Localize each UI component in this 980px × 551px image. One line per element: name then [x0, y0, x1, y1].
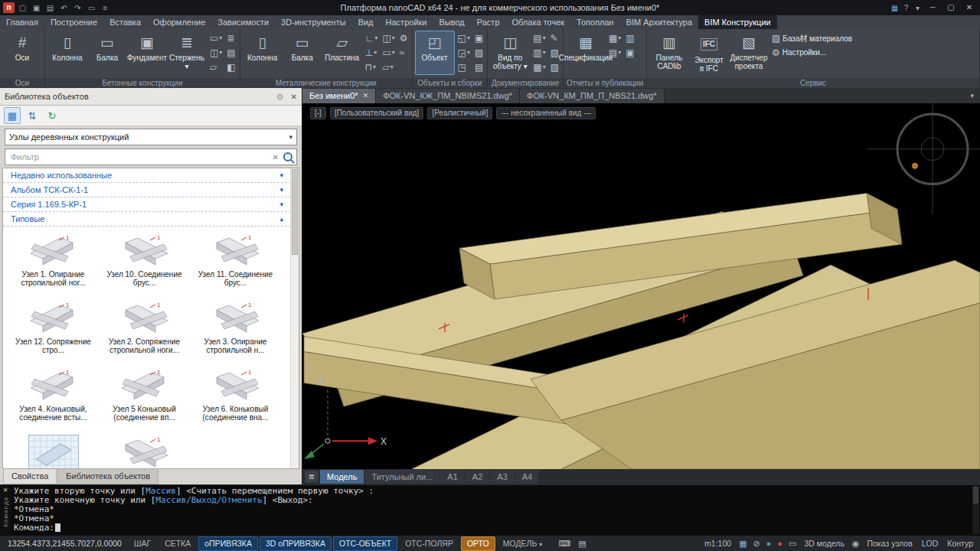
ribbon-tab[interactable]: Построение	[44, 15, 103, 29]
chevron-down-icon[interactable]: ▾	[279, 186, 283, 194]
panel-icon[interactable]: ▦	[889, 4, 900, 12]
status-toggle[interactable]: ОРТО	[461, 536, 495, 551]
library-item[interactable]: 1Узел 4. Коньковый, соединение всты...	[8, 364, 99, 432]
status-toggle[interactable]: оПРИВЯЗКА	[198, 536, 258, 551]
chevron-up-icon[interactable]: ▴	[279, 215, 283, 223]
drawing-viewport[interactable]: Z X [-][Пользовательский вид][Реалистичн…	[302, 103, 980, 469]
ribbon-small-button[interactable]: ▣	[624, 45, 635, 60]
ribbon-small-button[interactable]: ▤	[225, 45, 237, 60]
ribbon-button[interactable]: ▧Диспетчер проекта	[729, 31, 769, 75]
ribbon-small-button[interactable]: ▨	[473, 45, 485, 60]
ribbon-button[interactable]: #Оси	[2, 31, 42, 75]
command-scrollbar[interactable]	[972, 486, 979, 534]
ribbon-small-button[interactable]: ▱	[208, 60, 224, 74]
ribbon-button[interactable]: IFCЭкспорт в IFC	[689, 31, 729, 75]
ribbon-tab[interactable]: Настройки	[380, 15, 433, 29]
status-toggle[interactable]: МОДЕЛЬ ▾	[497, 536, 549, 551]
ribbon-tab[interactable]: BIM Конструкции	[698, 15, 777, 29]
ribbon-button[interactable]: ▣Фундамент	[127, 31, 167, 75]
ribbon-small-button[interactable]: ⚙	[398, 31, 410, 45]
ribbon-small-button[interactable]: ◲▾	[456, 45, 472, 60]
sheet-tab[interactable]: A1	[440, 470, 464, 484]
ribbon-tab[interactable]: Оформление	[147, 15, 211, 29]
sheet-tab[interactable]: Модель	[320, 470, 364, 484]
sheet-tab[interactable]: A4	[515, 470, 539, 484]
ribbon-tab[interactable]: Зависимости	[211, 15, 275, 29]
filter-input[interactable]	[9, 152, 268, 162]
tree-item[interactable]: Альбом ТСК-СК-1-1▾	[3, 183, 299, 197]
library-item[interactable]: 1Узел 11. Соединение брус...	[190, 230, 281, 297]
grid-view-icon[interactable]: ▦	[4, 107, 21, 124]
keyboard-icon[interactable]: ⌨	[556, 539, 573, 549]
library-item[interactable]: 1Узел 10. Соединение брус...	[99, 230, 190, 297]
ribbon-tab[interactable]: Вид	[352, 15, 380, 29]
ribbon-small-button[interactable]: ◱▾	[456, 31, 472, 45]
red-dot-icon[interactable]: ●	[775, 539, 785, 548]
ribbon-tab[interactable]: BIM Архитектура	[620, 15, 698, 29]
contour[interactable]: Контур	[943, 539, 977, 548]
status-toggle[interactable]: СЕТКА	[158, 536, 197, 551]
ribbon-small-button[interactable]: ▤▾	[531, 31, 547, 45]
eye-icon[interactable]: ◉	[850, 539, 862, 549]
model-mode[interactable]: 3D модель	[800, 539, 848, 548]
ribbon-button[interactable]: ◫Вид по объекту ▾	[490, 31, 530, 75]
ribbon-tab[interactable]: 3D-инструменты	[275, 15, 352, 29]
chevron-down-icon[interactable]: ▾	[279, 201, 283, 208]
menu-icon[interactable]: ≡	[100, 4, 111, 12]
close-tab-icon[interactable]: ✕	[363, 89, 369, 103]
command-history[interactable]: Укажите вторую точку или [Массив] <Счита…	[11, 485, 972, 535]
ribbon-small-button[interactable]: ▱▾	[381, 60, 396, 74]
lock-icon[interactable]: ⊘	[751, 539, 763, 549]
panel-close-icon[interactable]: ✕	[291, 93, 297, 101]
command-panel-close-icon[interactable]: ✕	[3, 487, 8, 494]
sheet-list-icon[interactable]: ≣	[304, 470, 319, 484]
ribbon-small-button[interactable]: ≈	[398, 45, 410, 60]
sheet-tab[interactable]: A3	[490, 470, 514, 484]
library-item[interactable]: 1Узел 12. Сопряжение стро...	[8, 297, 99, 364]
ribbon-small-button[interactable]: ⊓▾	[364, 60, 380, 74]
blue-dot-icon[interactable]: ●	[764, 539, 774, 548]
tree-item[interactable]: Серия 1.169.5-КР-1▾	[3, 197, 299, 212]
scrollbar-thumb[interactable]	[973, 487, 978, 504]
new-file-icon[interactable]: ▢	[17, 4, 28, 12]
ribbon-small-button[interactable]: ▤▾	[607, 45, 622, 60]
document-tab[interactable]: ФОК-VN_КМ_ПМ_П_NBS21.dwg*	[520, 89, 665, 103]
ribbon-button[interactable]: ▭Балка	[87, 31, 127, 75]
category-dropdown[interactable]: Узлы деревянных конструкций ▾	[5, 129, 297, 145]
doc-tabs-overflow-button[interactable]: ▾	[964, 89, 980, 103]
undo-icon[interactable]: ↶	[58, 4, 70, 12]
wooden-beams[interactable]	[302, 194, 980, 469]
ribbon-button[interactable]: ◰Объект	[415, 31, 455, 75]
search-icon[interactable]	[283, 152, 292, 161]
status-toggle[interactable]: ОТС-ПОЛЯР	[399, 536, 459, 551]
doc-icon[interactable]: ▤	[576, 539, 588, 549]
ribbon-button[interactable]: ▥Панель CADlib	[649, 31, 689, 75]
navigation-compass[interactable]	[867, 103, 980, 214]
library-item[interactable]: 1Узел 3. Опирание стропильной н...	[190, 297, 281, 364]
lod[interactable]: LOD	[918, 539, 942, 548]
ribbon-small-button[interactable]: ▭▾	[208, 31, 224, 45]
ribbon-button[interactable]: ▯Колонна	[47, 31, 87, 75]
clear-filter-icon[interactable]: ✕	[273, 153, 279, 161]
ribbon-tab[interactable]: Вывод	[433, 15, 470, 29]
caret-down-icon[interactable]: ▾	[912, 4, 923, 12]
ribbon-small-button[interactable]: ▨База材 материалов	[770, 31, 854, 45]
ribbon-button[interactable]: ▭Балка	[283, 31, 322, 75]
document-tab[interactable]: ФОК-VN_КЖ_ПМ_NBIMS21.dwg*	[376, 89, 520, 103]
chevron-down-icon[interactable]: ▾	[279, 171, 283, 179]
ribbon-small-button[interactable]: ∟▾	[364, 31, 380, 45]
viewport-control[interactable]: [Пользовательский вид]	[330, 107, 424, 119]
ribbon-tab[interactable]: Топоплан	[570, 15, 620, 29]
library-item[interactable]: 1Узел 6. Коньковый (соединение вна...	[190, 364, 281, 432]
sheet-tab[interactable]: Титульный ли...	[364, 470, 439, 484]
library-item[interactable]: 1Узел 2. Сопряжение стропильной ноги...	[99, 297, 190, 364]
library-item[interactable]: 1	[99, 432, 190, 469]
library-item[interactable]	[8, 432, 99, 469]
panel-tab[interactable]: Свойства	[3, 469, 57, 484]
display-icon[interactable]: ▭	[86, 4, 97, 12]
library-item[interactable]: 1Узел 1. Опирание стропильной ног...	[8, 230, 99, 297]
ribbon-small-button[interactable]: ▤	[473, 60, 485, 74]
show-nodes[interactable]: Показ узлов	[863, 539, 916, 548]
ribbon-small-button[interactable]: ≣	[225, 31, 237, 45]
status-toggle[interactable]: ОТС-ОБЪЕКТ	[333, 536, 397, 551]
